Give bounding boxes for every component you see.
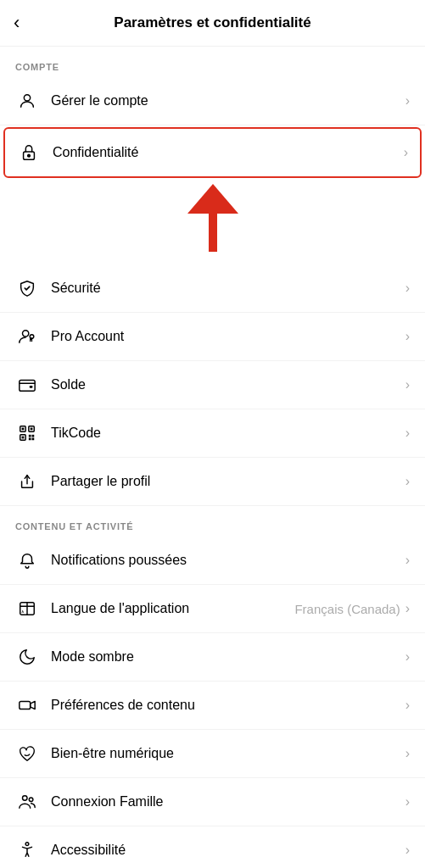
svg-rect-24: [20, 701, 31, 709]
menu-value-langue: Français (Canada): [294, 602, 400, 616]
menu-label-securite: Sécurité: [51, 281, 405, 296]
menu-label-solde: Solde: [51, 377, 405, 392]
menu-label-gerer-compte: Gérer le compte: [51, 93, 405, 108]
svg-point-26: [29, 798, 33, 802]
menu-item-partager-profil[interactable]: Partager le profil ›: [0, 458, 425, 506]
svg-rect-3: [209, 205, 217, 252]
red-arrow-svg: [187, 180, 238, 264]
section-label-0: COMPTE: [0, 47, 425, 77]
menu-label-bien-etre: Bien-être numérique: [51, 746, 405, 761]
chevron-icon-mode-sombre: ›: [405, 649, 410, 665]
svg-point-27: [25, 843, 29, 846]
chevron-icon-preferences-contenu: ›: [405, 698, 410, 713]
svg-rect-13: [31, 428, 33, 431]
menu-item-pro-account[interactable]: Pro Account ›: [0, 313, 425, 361]
menu-item-notifications[interactable]: Notifications poussées ›: [0, 537, 425, 585]
menu-label-preferences-contenu: Préférences de contenu: [51, 698, 405, 713]
menu-item-securite[interactable]: Sécurité ›: [0, 264, 425, 313]
chevron-icon-pro-account: ›: [405, 329, 410, 344]
menu-item-langue[interactable]: A Langue de l'application Français (Cana…: [0, 585, 425, 633]
menu-label-mode-sombre: Mode sombre: [51, 649, 405, 665]
chevron-icon-connexion-famille: ›: [405, 794, 410, 810]
header: ‹ Paramètres et confidentialité: [0, 0, 425, 47]
qrcode-icon: [15, 421, 39, 445]
back-button[interactable]: ‹: [14, 12, 20, 34]
svg-rect-7: [20, 381, 35, 392]
menu-label-tikcode: TikCode: [51, 426, 405, 441]
svg-text:A: A: [22, 610, 25, 614]
bell-icon: [15, 548, 39, 572]
pro-person-icon: [15, 325, 39, 348]
chevron-icon-tikcode: ›: [405, 426, 410, 441]
wallet-icon: [15, 373, 39, 397]
menu-label-confidentialite: Confidentialité: [53, 145, 404, 160]
video-icon: [15, 693, 39, 717]
chevron-icon-confidentialite: ›: [404, 145, 408, 160]
menu-label-accessibilite: Accessibilité: [51, 843, 405, 858]
svg-rect-12: [22, 428, 25, 431]
wellbeing-icon: [15, 742, 39, 765]
chevron-icon-notifications: ›: [405, 553, 410, 568]
menu-label-connexion-famille: Connexion Famille: [51, 794, 405, 810]
menu-item-tikcode[interactable]: TikCode ›: [0, 409, 425, 458]
chevron-icon-partager-profil: ›: [405, 474, 410, 489]
family-icon: [15, 790, 39, 814]
svg-point-0: [24, 95, 30, 101]
menu-item-mode-sombre[interactable]: Mode sombre ›: [0, 633, 425, 682]
moon-icon: [15, 645, 39, 669]
menu-item-solde[interactable]: Solde ›: [0, 361, 425, 409]
menu-label-pro-account: Pro Account: [51, 329, 405, 344]
svg-rect-16: [32, 435, 35, 437]
section-label-1: CONTENU ET ACTIVITÉ: [0, 506, 425, 537]
menu-item-connexion-famille[interactable]: Connexion Famille ›: [0, 778, 425, 826]
menu-label-partager-profil: Partager le profil: [51, 474, 405, 489]
shield-icon: [15, 276, 39, 300]
chevron-icon-securite: ›: [405, 281, 410, 296]
menu-item-bien-etre[interactable]: Bien-être numérique ›: [0, 730, 425, 778]
lock-icon: [17, 141, 41, 164]
share-icon: [15, 470, 39, 493]
svg-rect-18: [32, 438, 35, 441]
svg-point-25: [23, 796, 28, 801]
menu-item-confidentialite[interactable]: Confidentialité ›: [3, 127, 422, 178]
chevron-icon-accessibilite: ›: [405, 843, 410, 858]
chevron-icon-solde: ›: [405, 377, 410, 392]
svg-point-5: [23, 331, 29, 337]
chevron-icon-langue: ›: [405, 601, 410, 616]
menu-label-notifications: Notifications poussées: [51, 553, 405, 568]
svg-rect-8: [30, 386, 33, 388]
svg-point-6: [30, 335, 34, 339]
menu-label-langue: Langue de l'application: [51, 601, 294, 616]
main-content: COMPTE Gérer le compte › Confidentialité…: [0, 47, 425, 868]
svg-marker-4: [187, 184, 238, 214]
annotation-arrow: [0, 180, 425, 264]
accessibility-icon: [15, 838, 39, 862]
chevron-icon-bien-etre: ›: [405, 746, 410, 761]
menu-item-accessibilite[interactable]: Accessibilité ›: [0, 826, 425, 868]
chevron-icon-gerer-compte: ›: [405, 93, 410, 108]
page-title: Paramètres et confidentialité: [114, 14, 310, 31]
person-icon: [15, 89, 39, 113]
menu-item-preferences-contenu[interactable]: Préférences de contenu ›: [0, 682, 425, 730]
svg-point-2: [28, 154, 31, 157]
menu-item-gerer-compte[interactable]: Gérer le compte ›: [0, 77, 425, 125]
svg-rect-15: [29, 435, 31, 437]
svg-rect-14: [22, 437, 25, 439]
lang-icon: A: [15, 597, 39, 620]
svg-rect-17: [29, 438, 31, 441]
